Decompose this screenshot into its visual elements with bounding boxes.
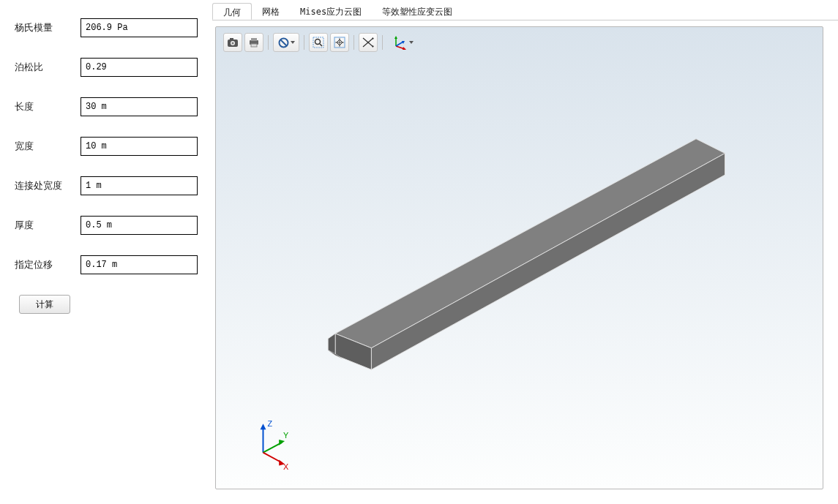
tab-mesh[interactable]: 网格 — [252, 3, 290, 20]
label-thickness: 厚度 — [15, 219, 81, 232]
field-joint-width: 连接处宽度 — [15, 176, 198, 195]
tab-mises[interactable]: Mises应力云图 — [290, 3, 372, 20]
axis-y-label: Y — [283, 431, 288, 440]
rotate-view-button[interactable] — [359, 33, 378, 52]
input-width[interactable] — [81, 137, 198, 156]
svg-marker-23 — [403, 47, 406, 50]
field-thickness: 厚度 — [15, 216, 198, 235]
svg-marker-17 — [372, 37, 374, 40]
svg-marker-18 — [372, 45, 374, 48]
zoom-window-button[interactable] — [309, 33, 328, 52]
print-button[interactable] — [244, 33, 263, 52]
svg-marker-32 — [261, 424, 266, 429]
chevron-down-icon — [291, 41, 295, 44]
svg-line-11 — [320, 44, 322, 46]
svg-point-3 — [232, 42, 234, 45]
field-poisson-ratio: 泊松比 — [15, 58, 198, 77]
label-joint-width: 连接处宽度 — [15, 179, 81, 192]
model-render: Z Y X — [216, 27, 823, 489]
viewport-3d[interactable]: Z Y X — [215, 26, 823, 489]
field-displacement: 指定位移 — [15, 255, 198, 274]
label-youngs-modulus: 杨氏模量 — [15, 21, 81, 34]
svg-point-19 — [367, 42, 369, 43]
svg-line-24 — [396, 42, 403, 46]
label-displacement: 指定位移 — [15, 258, 81, 271]
field-youngs-modulus: 杨氏模量 — [15, 18, 198, 37]
tab-peeq[interactable]: 等效塑性应变云图 — [372, 3, 463, 20]
camera-icon — [227, 37, 239, 48]
tab-geometry[interactable]: 几何 — [212, 3, 252, 20]
fit-view-button[interactable] — [330, 33, 349, 52]
toolbar-separator — [353, 35, 354, 50]
rotate-icon — [362, 37, 375, 48]
print-icon — [248, 37, 260, 48]
label-poisson-ratio: 泊松比 — [15, 61, 81, 74]
compute-button[interactable]: 计算 — [19, 295, 70, 314]
parameters-sidebar: 杨氏模量 泊松比 长度 宽度 连接处宽度 厚度 指定位移 计算 — [0, 0, 212, 504]
input-joint-width[interactable] — [81, 176, 198, 195]
svg-line-8 — [280, 40, 287, 46]
fit-icon — [334, 37, 345, 48]
no-entry-icon — [278, 37, 289, 48]
svg-marker-26 — [335, 139, 725, 348]
field-length: 长度 — [15, 97, 198, 116]
toolbar-separator — [304, 35, 304, 50]
axes-triad-icon — [392, 34, 408, 50]
input-youngs-modulus[interactable] — [81, 18, 198, 37]
label-width: 宽度 — [15, 140, 81, 153]
svg-point-10 — [315, 40, 321, 45]
app-container: 杨氏模量 泊松比 长度 宽度 连接处宽度 厚度 指定位移 计算 — [0, 0, 838, 504]
viewport-toolbar — [223, 33, 414, 52]
camera-button[interactable] — [223, 33, 242, 52]
field-width: 宽度 — [15, 137, 198, 156]
svg-rect-1 — [230, 38, 233, 40]
toolbar-separator — [382, 35, 383, 50]
svg-rect-5 — [251, 38, 257, 41]
input-poisson-ratio[interactable] — [81, 58, 198, 77]
input-length[interactable] — [81, 97, 198, 116]
svg-marker-34 — [279, 440, 285, 445]
deny-dropdown-button[interactable] — [273, 33, 299, 52]
axes-dropdown-button[interactable] — [392, 34, 414, 50]
axis-x-label: X — [283, 462, 288, 471]
chevron-down-icon — [409, 41, 414, 44]
toolbar-separator — [268, 35, 269, 50]
svg-marker-21 — [394, 36, 397, 39]
label-length: 长度 — [15, 100, 81, 113]
magnifier-icon — [313, 37, 324, 48]
svg-marker-27 — [371, 154, 725, 370]
axis-z-label: Z — [267, 419, 272, 428]
input-thickness[interactable] — [81, 216, 198, 235]
main-panel: 几何 网格 Mises应力云图 等效塑性应变云图 — [212, 0, 838, 504]
tab-bar: 几何 网格 Mises应力云图 等效塑性应变云图 — [212, 3, 838, 20]
svg-rect-6 — [251, 44, 257, 47]
input-displacement[interactable] — [81, 255, 198, 274]
